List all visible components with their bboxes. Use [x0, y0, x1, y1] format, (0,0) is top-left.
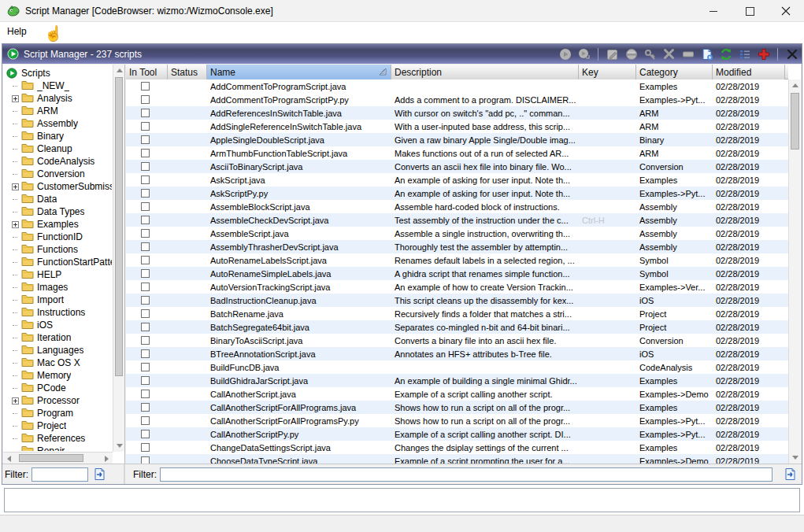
intool-checkbox[interactable] — [141, 175, 150, 184]
tree-item-repair[interactable]: Repair — [5, 445, 112, 451]
delete-script-icon[interactable] — [662, 47, 676, 61]
menu-help[interactable]: Help — [0, 23, 34, 40]
tree-item-processor[interactable]: Processor — [5, 394, 112, 407]
rename-script-icon[interactable] — [681, 47, 695, 61]
ghidra-api-help-icon[interactable] — [757, 47, 770, 61]
intool-checkbox[interactable] — [141, 336, 150, 345]
intool-checkbox[interactable] — [141, 256, 150, 264]
tree-item-conversion[interactable]: Conversion — [5, 168, 112, 180]
tree-item-assembly[interactable]: Assembly — [5, 117, 112, 130]
table-row[interactable]: AddReferencesInSwitchTable.javaWith curs… — [126, 106, 788, 120]
intool-checkbox[interactable] — [141, 416, 150, 425]
tree-item-binary[interactable]: Binary — [5, 130, 112, 142]
tree-item-instructions[interactable]: Instructions — [5, 306, 112, 319]
tree-item-functions[interactable]: Functions — [5, 243, 112, 256]
tree-item-cleanup[interactable]: Cleanup — [5, 142, 112, 155]
intool-checkbox[interactable] — [141, 109, 150, 117]
tree-item-arm[interactable]: ARM — [5, 105, 112, 117]
intool-checkbox[interactable] — [141, 296, 150, 305]
intool-checkbox[interactable] — [141, 229, 150, 238]
table-row[interactable]: ArmThumbFunctionTableScript.javaMakes fu… — [126, 146, 788, 160]
expand-plus-icon[interactable] — [10, 92, 20, 105]
column-header-category[interactable]: Category — [636, 65, 713, 79]
table-row[interactable]: BinaryToAsciiScript.javaConverts a binar… — [126, 334, 788, 347]
intool-checkbox[interactable] — [141, 122, 150, 131]
tree-item-project[interactable]: Project — [5, 419, 112, 432]
intool-checkbox[interactable] — [141, 456, 150, 464]
table-row[interactable]: AssemblyThrasherDevScript.javaThoroughly… — [126, 240, 788, 253]
expand-plus-icon[interactable] — [10, 180, 20, 193]
tree-item-images[interactable]: Images — [5, 281, 112, 294]
tree-horizontal-scrollbar[interactable] — [3, 452, 113, 464]
tree-item-new[interactable]: _NEW_ — [5, 79, 112, 92]
table-row[interactable]: BadInstructionCleanup.javaThis script cl… — [126, 294, 788, 307]
tree-item-help[interactable]: HELP — [5, 268, 112, 281]
table-row[interactable]: AddCommentToProgramScript.javaExamples02… — [126, 79, 788, 93]
intool-checkbox[interactable] — [141, 323, 150, 331]
intool-checkbox[interactable] — [141, 149, 150, 157]
table-row[interactable]: AddSingleReferenceInSwitchTable.javaWith… — [126, 120, 788, 133]
table-vertical-scrollbar[interactable] — [788, 79, 801, 464]
column-header-key[interactable]: Key — [579, 65, 636, 79]
maximize-button[interactable] — [732, 0, 768, 22]
tree-item-functionstartpatte[interactable]: FunctionStartPatte — [5, 256, 112, 268]
scroll-down-arrow[interactable] — [789, 452, 801, 464]
table-row[interactable]: BatchSegregate64bit.javaSeparates co-min… — [126, 320, 788, 334]
minimize-button[interactable] — [695, 0, 732, 22]
tree-item-analysis[interactable]: Analysis — [5, 92, 112, 105]
scroll-left-arrow[interactable] — [3, 453, 15, 464]
table-row[interactable]: AutoVersionTrackingScript.javaAn example… — [126, 280, 788, 294]
intool-checkbox[interactable] — [141, 403, 150, 412]
tree-item-customersubmissio[interactable]: CustomerSubmissio — [5, 180, 112, 193]
intool-checkbox[interactable] — [141, 430, 150, 438]
table-row[interactable]: BuildGhidraJarScript.javaAn example of b… — [126, 374, 788, 387]
column-header-name[interactable]: Name — [207, 65, 391, 79]
intool-checkbox[interactable] — [141, 283, 150, 291]
new-script-icon[interactable] — [700, 47, 713, 61]
tree-item-data[interactable]: Data — [5, 193, 112, 205]
column-header-modified[interactable]: Modified — [713, 65, 785, 79]
table-row[interactable]: BTreeAnnotationScript.javaAnnotates an H… — [126, 347, 788, 360]
tree-item-examples[interactable]: Examples — [5, 218, 112, 231]
tree-item-ios[interactable]: iOS — [5, 319, 112, 331]
table-row[interactable]: CallAnotherScript.javaExample of a scrip… — [126, 387, 788, 401]
table-row[interactable]: AskScriptPy.pyAn example of asking for u… — [126, 187, 788, 200]
close-panel-icon[interactable] — [785, 47, 798, 61]
intool-checkbox[interactable] — [141, 82, 150, 91]
table-row[interactable]: AssembleCheckDevScript.javaTest assembly… — [126, 213, 788, 227]
assign-keybinding-icon[interactable] — [643, 47, 657, 61]
table-row[interactable]: ChangeDataSettingsScript.javaChanges the… — [126, 441, 788, 454]
intool-checkbox[interactable] — [141, 443, 150, 452]
table-row[interactable]: ChooseDataTypeScript.javaExample of a sc… — [126, 454, 788, 464]
tree-item-functionid[interactable]: FunctionID — [5, 231, 112, 243]
scroll-up-arrow[interactable] — [113, 65, 125, 76]
tree-vertical-scrollbar[interactable] — [113, 65, 124, 452]
table-row[interactable]: BuildFuncDB.javaCodeAnalysis02/28/2019 — [126, 360, 788, 374]
eclipse-icon[interactable] — [624, 47, 638, 61]
intool-checkbox[interactable] — [141, 309, 150, 318]
tree-item-languages[interactable]: Languages — [5, 344, 112, 357]
table-row[interactable]: BatchRename.javaRecursively finds a fold… — [126, 307, 788, 320]
intool-checkbox[interactable] — [141, 202, 150, 211]
tree-item-references[interactable]: References — [5, 432, 112, 445]
column-header-status[interactable]: Status — [168, 65, 207, 79]
edit-script-icon[interactable] — [606, 47, 619, 61]
table-row[interactable]: CallAnotherScriptForAllProgramsPy.pyShow… — [126, 414, 788, 427]
column-header-in-tool[interactable]: In Tool — [126, 65, 168, 79]
intool-checkbox[interactable] — [141, 390, 150, 398]
tree-item-program[interactable]: Program — [5, 407, 112, 419]
tree-item-pcode[interactable]: PCode — [5, 382, 112, 394]
table-row[interactable]: AddCommentToProgramScriptPy.pyAdds a com… — [126, 93, 788, 106]
scroll-up-arrow[interactable] — [789, 79, 801, 91]
tree-filter-input[interactable] — [31, 467, 88, 482]
table-row[interactable]: CallAnotherScriptPy.pyExample of a scrip… — [126, 427, 788, 441]
scroll-down-arrow[interactable] — [113, 440, 125, 452]
intool-checkbox[interactable] — [141, 135, 150, 144]
intool-checkbox[interactable] — [141, 269, 150, 278]
tree-item-data-types[interactable]: Data Types — [5, 205, 112, 218]
table-row[interactable]: AskScript.javaAn example of asking for u… — [126, 173, 788, 187]
intool-checkbox[interactable] — [141, 349, 150, 358]
table-filter-input[interactable] — [160, 467, 773, 482]
column-header-description[interactable]: Description — [391, 65, 579, 79]
table-row[interactable]: AssembleScript.javaAssemble a single ins… — [126, 227, 788, 240]
